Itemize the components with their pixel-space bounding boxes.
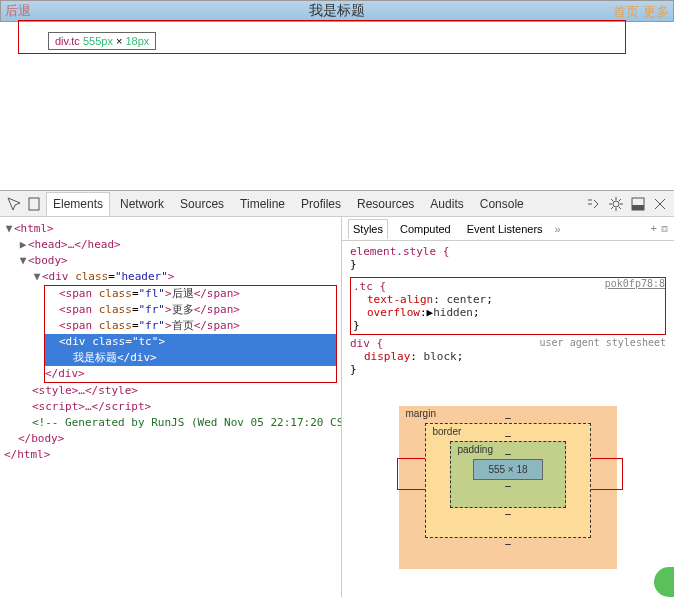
- rendered-page: 后退 我是标题 首页 更多 div.tc 555px × 18px: [0, 0, 674, 190]
- add-rule-icon[interactable]: +: [651, 222, 657, 235]
- toggle-state-icon[interactable]: ⧈: [661, 222, 668, 235]
- inspect-tooltip: div.tc 555px × 18px: [48, 32, 156, 50]
- tab-profiles[interactable]: Profiles: [295, 193, 347, 215]
- rule-div-ua[interactable]: user agent stylesheet div { display: blo…: [350, 337, 666, 376]
- more-link[interactable]: 更多: [643, 3, 669, 21]
- header-bar: 后退 我是标题 首页 更多: [0, 0, 674, 22]
- devtools-panel: Elements Network Sources Timeline Profil…: [0, 190, 674, 597]
- tab-network[interactable]: Network: [114, 193, 170, 215]
- tab-audits[interactable]: Audits: [424, 193, 469, 215]
- svg-point-1: [613, 201, 619, 207]
- inspect-icon[interactable]: [6, 196, 22, 212]
- box-model-content: 555 × 18: [473, 459, 542, 480]
- source-link[interactable]: pok0fp78:8: [605, 278, 665, 289]
- selected-dom-node[interactable]: <div class="tc">: [45, 334, 336, 350]
- tab-resources[interactable]: Resources: [351, 193, 420, 215]
- tab-timeline[interactable]: Timeline: [234, 193, 291, 215]
- home-link[interactable]: 首页: [613, 3, 639, 21]
- tab-event-listeners[interactable]: Event Listeners: [463, 220, 547, 238]
- svg-rect-0: [29, 198, 39, 210]
- styles-pane: Styles Computed Event Listeners » + ⧈ el…: [342, 217, 674, 597]
- dock-icon[interactable]: [630, 196, 646, 212]
- devtools-toolbar: Elements Network Sources Timeline Profil…: [0, 191, 674, 217]
- tab-console[interactable]: Console: [474, 193, 530, 215]
- gear-icon[interactable]: [608, 196, 624, 212]
- tab-elements[interactable]: Elements: [46, 192, 110, 216]
- tab-sources[interactable]: Sources: [174, 193, 230, 215]
- svg-rect-3: [632, 205, 644, 210]
- page-title: 我是标题: [1, 2, 673, 20]
- rule-element-style[interactable]: element.style { }: [350, 245, 666, 271]
- dom-tree[interactable]: ▼<html> ▶<head>…</head> ▼<body> ▼<div cl…: [0, 217, 342, 597]
- box-model[interactable]: margin – border – padding – 555 × 18 – –: [342, 386, 674, 569]
- tab-computed[interactable]: Computed: [396, 220, 455, 238]
- tab-styles[interactable]: Styles: [348, 219, 388, 239]
- device-icon[interactable]: [26, 196, 42, 212]
- drawer-icon[interactable]: [586, 196, 602, 212]
- close-icon[interactable]: [652, 196, 668, 212]
- rule-tc[interactable]: pok0fp78:8 .tc { text-align: center; ove…: [350, 277, 666, 335]
